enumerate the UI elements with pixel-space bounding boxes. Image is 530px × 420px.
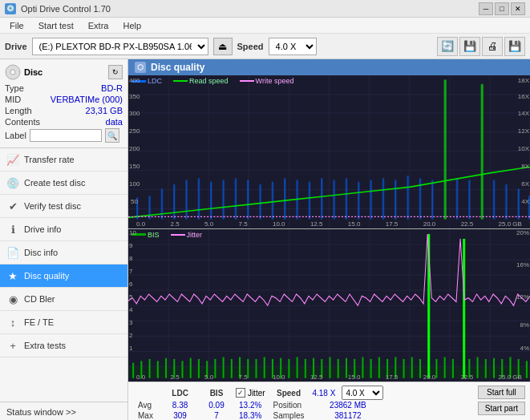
svg-point-1 xyxy=(10,70,15,75)
minimize-button[interactable]: ─ xyxy=(479,2,493,15)
content-area: ⬡ Disc quality xyxy=(128,59,530,420)
chart-top-svg xyxy=(128,75,530,228)
length-value: 23,31 GB xyxy=(86,106,123,115)
status-window-label: Status window >> xyxy=(6,407,76,417)
drive-info-label: Drive info xyxy=(24,224,61,234)
label-search-button[interactable]: 🔍 xyxy=(105,128,119,143)
app-title: Opti Drive Control 1.70 xyxy=(21,4,111,14)
svg-rect-25 xyxy=(198,178,200,219)
title-bar: 💿 Opti Drive Control 1.70 ─ □ ✕ xyxy=(0,0,530,18)
create-test-disc-label: Create test disc xyxy=(24,178,85,188)
speed-select-toolbar[interactable]: 4.0 X xyxy=(269,38,317,55)
nav-transfer-rate[interactable]: 📈 Transfer rate xyxy=(0,148,127,172)
contents-label: Contents xyxy=(5,117,40,127)
svg-rect-24 xyxy=(186,180,188,220)
svg-rect-22 xyxy=(161,189,163,220)
disc-icon xyxy=(5,64,21,80)
status-bar: Status window >> 100.0% 33:13 xyxy=(0,402,127,420)
max-label: Max xyxy=(133,410,160,420)
menu-extra[interactable]: Extra xyxy=(82,19,115,32)
svg-rect-44 xyxy=(431,180,433,220)
max-ldc: 309 xyxy=(160,410,200,420)
avg-jitter: 13.2% xyxy=(233,400,269,410)
position-value: 23862 MB xyxy=(309,400,386,410)
stats-table: LDC BIS ✓ Jitter Speed 4.18 X xyxy=(133,386,386,420)
disc-panel: Disc ↻ Type BD-R MID VERBATIMe (000) Len… xyxy=(0,59,127,148)
quality-header-icon: ⬡ xyxy=(135,62,146,73)
svg-rect-39 xyxy=(370,180,372,220)
max-bis: 7 xyxy=(200,410,233,420)
svg-rect-45 xyxy=(444,79,447,219)
svg-rect-23 xyxy=(173,184,175,220)
chart-bottom-svg xyxy=(128,229,530,382)
svg-rect-47 xyxy=(456,178,458,219)
samples-label: Samples xyxy=(269,410,310,420)
close-button[interactable]: ✕ xyxy=(511,2,525,15)
stats-footer: LDC BIS ✓ Jitter Speed 4.18 X xyxy=(128,382,530,420)
status-window-button[interactable]: Status window >> xyxy=(0,402,127,420)
fe-te-label: FE / TE xyxy=(24,317,54,327)
speed-label-header: Speed xyxy=(269,386,310,400)
nav-disc-quality[interactable]: ★ Disc quality xyxy=(0,265,127,288)
position-label: Position xyxy=(269,400,310,410)
drive-toolbar: Drive (E:) PLEXTOR BD-R PX-LB950SA 1.06 … xyxy=(0,34,530,59)
disc-scan-button[interactable]: ↻ xyxy=(108,65,123,79)
menu-file[interactable]: File xyxy=(3,19,30,32)
menu-help[interactable]: Help xyxy=(116,19,148,32)
start-part-button[interactable]: Start part xyxy=(478,402,525,415)
toolbar-icon-save[interactable]: 💾 xyxy=(504,37,525,56)
svg-rect-38 xyxy=(358,182,359,220)
extra-tests-label: Extra tests xyxy=(24,341,66,350)
nav-verify-test-disc[interactable]: ✔ Verify test disc xyxy=(0,195,127,218)
svg-rect-26 xyxy=(210,182,212,220)
legend-write-speed: Write speed xyxy=(256,77,294,85)
legend-read-speed: Read speed xyxy=(189,77,229,85)
svg-rect-30 xyxy=(260,184,261,220)
drive-label: Drive xyxy=(5,42,27,51)
svg-rect-122 xyxy=(526,361,528,378)
charts-container: LDC Read speed Write speed 400 xyxy=(128,75,530,382)
menu-start-test[interactable]: Start test xyxy=(32,19,80,32)
jitter-checkbox[interactable]: ✓ xyxy=(236,388,245,398)
speed-select-stats[interactable]: 4.0 X xyxy=(342,386,383,400)
type-label: Type xyxy=(5,83,24,93)
svg-rect-51 xyxy=(518,189,520,220)
legend-jitter: Jitter xyxy=(187,231,203,239)
nav-drive-info[interactable]: ℹ Drive info xyxy=(0,218,127,241)
svg-rect-35 xyxy=(321,178,322,219)
eject-button[interactable]: ⏏ xyxy=(213,38,233,55)
svg-rect-31 xyxy=(272,182,273,220)
svg-rect-74 xyxy=(132,362,134,378)
create-test-disc-icon: 💿 xyxy=(6,176,19,189)
max-jitter: 18.3% xyxy=(233,410,269,420)
drive-select[interactable]: (E:) PLEXTOR BD-R PX-LB950SA 1.06 xyxy=(32,38,208,55)
nav-disc-info[interactable]: 📄 Disc info xyxy=(0,241,127,265)
bis-header: BIS xyxy=(200,386,233,400)
cd-bler-label: CD Bler xyxy=(24,294,55,304)
svg-rect-42 xyxy=(407,176,409,219)
maximize-button[interactable]: □ xyxy=(495,2,509,15)
svg-rect-37 xyxy=(346,178,347,219)
quality-panel: ⬡ Disc quality xyxy=(128,59,530,420)
svg-rect-36 xyxy=(334,180,335,220)
avg-bis: 0.09 xyxy=(200,400,233,410)
nav-cd-bler[interactable]: ◉ CD Bler xyxy=(0,288,127,311)
extra-tests-icon: + xyxy=(6,339,19,352)
label-input[interactable] xyxy=(30,129,102,142)
menu-bar: File Start test Extra Help xyxy=(0,18,530,34)
disc-info-label: Disc info xyxy=(24,248,58,257)
nav-extra-tests[interactable]: + Extra tests xyxy=(0,334,127,357)
toolbar-icon-3[interactable]: 🖨 xyxy=(482,37,503,56)
disc-info-icon: 📄 xyxy=(6,246,19,259)
toolbar-icon-2[interactable]: 💾 xyxy=(459,37,480,56)
avg-label: Avg xyxy=(133,400,160,410)
toolbar-icon-1[interactable]: 🔄 xyxy=(437,37,458,56)
svg-rect-27 xyxy=(223,180,225,220)
nav-create-test-disc[interactable]: 💿 Create test disc xyxy=(0,172,127,195)
svg-rect-48 xyxy=(468,180,470,220)
transfer-rate-label: Transfer rate xyxy=(24,155,75,164)
start-full-button[interactable]: Start full xyxy=(478,386,525,399)
svg-rect-41 xyxy=(394,180,396,220)
nav-fe-te[interactable]: ↕ FE / TE xyxy=(0,311,127,334)
svg-rect-111 xyxy=(463,238,465,378)
